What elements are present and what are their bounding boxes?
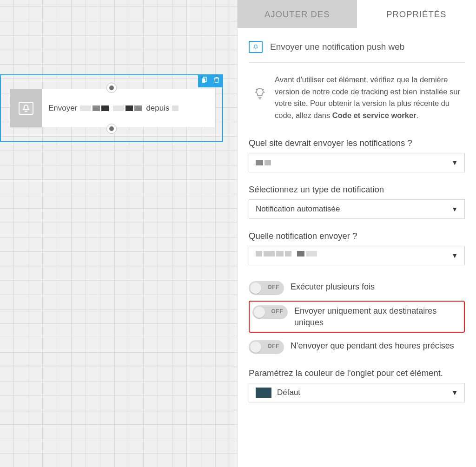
workflow-canvas[interactable]: Envoyer depuis — [0, 0, 237, 467]
push-notification-icon — [10, 89, 42, 127]
chevron-down-icon: ▼ — [451, 205, 458, 213]
node-output-port[interactable] — [106, 124, 117, 134]
toggle-run-multiple: OFF Exécuter plusieurs fois — [249, 277, 465, 299]
chevron-down-icon: ▼ — [451, 252, 458, 259]
type-label: Sélectionnez un type de notification — [249, 184, 465, 195]
toggle-unique-recipients: OFF Envoyer uniquement aux destinataires… — [249, 301, 465, 333]
side-panel: AJOUTER DES PROPRIÉTÉS Envoyer une notif… — [237, 0, 476, 467]
lightbulb-icon — [253, 87, 266, 121]
toggle-run-multiple-switch[interactable]: OFF — [249, 281, 284, 295]
toggle-specific-hours: OFF N'envoyer que pendant des heures pré… — [249, 336, 465, 358]
duplicate-icon[interactable] — [201, 76, 208, 86]
which-select[interactable]: ▼ — [249, 246, 465, 265]
node-card[interactable]: Envoyer depuis — [10, 89, 215, 127]
site-label: Quel site devrait envoyer les notificati… — [249, 138, 465, 148]
element-title: Envoyer une notification push web — [270, 42, 404, 52]
chevron-down-icon: ▼ — [451, 389, 458, 396]
toggle-unique-recipients-switch[interactable]: OFF — [252, 305, 288, 319]
panel-tabs: AJOUTER DES PROPRIÉTÉS — [238, 0, 476, 28]
element-header: Envoyer une notification push web — [249, 41, 465, 63]
color-label: Paramétrez la couleur de l'onglet pour c… — [249, 368, 465, 378]
tab-properties[interactable]: PROPRIÉTÉS — [357, 0, 476, 28]
node-input-port[interactable] — [106, 83, 117, 93]
which-label: Quelle notification envoyer ? — [249, 231, 465, 241]
chevron-down-icon: ▼ — [451, 159, 458, 166]
toggle-specific-hours-switch[interactable]: OFF — [249, 340, 284, 354]
node-summary: Envoyer depuis — [42, 104, 186, 113]
type-select[interactable]: Notification automatisée ▼ — [249, 199, 465, 219]
selected-node[interactable]: Envoyer depuis — [0, 74, 223, 142]
svg-rect-0 — [19, 102, 33, 114]
node-toolbar — [198, 74, 223, 87]
color-swatch — [256, 388, 271, 398]
tab-add[interactable]: AJOUTER DES — [238, 0, 357, 28]
bell-icon — [249, 41, 263, 53]
site-select[interactable]: ▼ — [249, 153, 465, 172]
delete-icon[interactable] — [213, 76, 220, 86]
color-select[interactable]: Défaut ▼ — [249, 383, 465, 402]
help-callout: Avant d'utiliser cet élément, vérifiez q… — [249, 74, 465, 121]
